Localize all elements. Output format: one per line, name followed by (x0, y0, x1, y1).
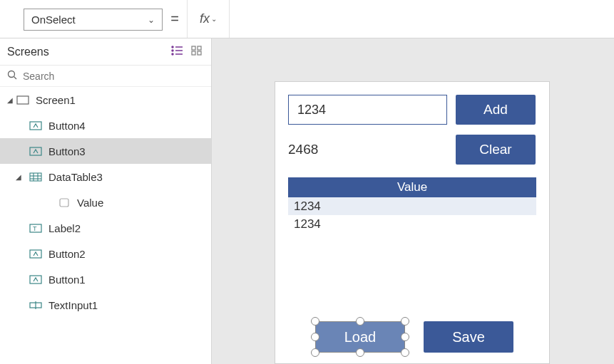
data-table[interactable]: Value 1234 1234 (288, 177, 536, 233)
tree-node-label2[interactable]: T Label2 (0, 215, 211, 241)
formula-bar: OnSelect ⌄ = fx ⌄ Clear( PaperTape ); Lo… (0, 0, 614, 38)
svg-rect-13 (30, 122, 41, 130)
expander-icon[interactable]: ◢ (4, 96, 16, 104)
resize-handle[interactable] (311, 333, 319, 341)
svg-point-10 (9, 71, 15, 78)
button-icon (29, 145, 43, 157)
search-input[interactable] (23, 71, 204, 82)
property-selector-value: OnSelect (31, 14, 76, 26)
svg-text:T: T (33, 225, 37, 232)
tree-node-button1[interactable]: Button1 (0, 266, 211, 292)
tree-label: Button1 (48, 274, 86, 286)
tree-label: Button4 (48, 120, 86, 132)
table-row[interactable]: 1234 (288, 215, 536, 233)
tree-header: Screens (0, 38, 211, 66)
tree-label: Label2 (48, 222, 81, 234)
tree-label: Button3 (48, 145, 86, 157)
svg-rect-20 (60, 199, 68, 207)
tree-node-value[interactable]: Value (0, 189, 211, 215)
resize-handle[interactable] (356, 317, 364, 326)
resize-handle[interactable] (311, 348, 319, 357)
svg-point-3 (172, 46, 173, 48)
textinput-icon (29, 299, 43, 311)
button-icon (29, 274, 43, 285)
svg-rect-23 (30, 250, 41, 258)
svg-rect-6 (192, 46, 195, 50)
tree-node-button3[interactable]: Button3 (0, 138, 211, 164)
resize-handle[interactable] (401, 317, 409, 326)
tree-label: TextInput1 (48, 299, 98, 311)
tree-label: Value (77, 197, 103, 209)
tree-search[interactable] (0, 66, 211, 87)
text-input[interactable]: 1234 (288, 95, 447, 125)
add-button[interactable]: Add (456, 95, 536, 125)
datatable-icon (29, 171, 43, 182)
tree-node-button2[interactable]: Button2 (0, 241, 211, 266)
svg-rect-8 (192, 51, 195, 55)
text-input-value: 1234 (297, 103, 326, 118)
button-icon (29, 120, 43, 131)
button-icon (29, 248, 43, 259)
canvas[interactable]: 1234 Add 2468 Clear Value 1234 1234 (212, 38, 614, 364)
svg-rect-12 (17, 96, 29, 104)
tree-node-datatable3[interactable]: ◢ DataTable3 (0, 164, 211, 189)
fx-icon: fx (200, 11, 210, 26)
svg-line-11 (14, 77, 17, 80)
tree-node-button4[interactable]: Button4 (0, 113, 211, 138)
tree-label: Screen1 (36, 94, 76, 106)
resize-handle[interactable] (401, 348, 409, 357)
svg-rect-7 (198, 46, 201, 50)
column-icon (57, 197, 71, 208)
svg-point-5 (172, 53, 173, 55)
resize-handle[interactable] (356, 348, 364, 357)
search-icon (7, 70, 17, 82)
thumbnail-view-icon[interactable] (191, 46, 203, 58)
svg-point-4 (172, 50, 173, 51)
clear-button[interactable]: Clear (456, 135, 536, 165)
svg-rect-14 (30, 147, 41, 155)
selected-control[interactable]: Load (315, 321, 405, 353)
tree-panel: Screens ◢ Screen1 Button4 Button3 (0, 38, 212, 364)
table-row[interactable]: 1234 (288, 197, 536, 215)
fx-button[interactable]: fx ⌄ (187, 0, 230, 38)
formula-editor[interactable]: Clear( PaperTape ); LoadData( PaperTape,… (230, 0, 614, 38)
chevron-down-icon: ⌄ (211, 15, 217, 23)
chevron-down-icon: ⌄ (148, 15, 155, 25)
svg-rect-9 (198, 51, 201, 55)
tree-view-icon[interactable] (171, 46, 184, 58)
tree-node-screen1[interactable]: ◢ Screen1 (0, 87, 211, 113)
property-selector[interactable]: OnSelect ⌄ (24, 9, 163, 31)
screen-icon (16, 94, 30, 105)
table-header: Value (288, 177, 536, 197)
resize-handle[interactable] (311, 317, 319, 326)
label-icon: T (29, 222, 43, 234)
expander-icon[interactable]: ◢ (13, 173, 24, 181)
sum-label: 2468 (288, 142, 456, 157)
tree-node-textinput1[interactable]: TextInput1 (0, 292, 211, 318)
tree-label: DataTable3 (48, 171, 103, 183)
resize-handle[interactable] (401, 333, 409, 341)
app-preview: 1234 Add 2468 Clear Value 1234 1234 (275, 81, 550, 364)
svg-rect-24 (30, 276, 41, 284)
save-button[interactable]: Save (424, 321, 513, 353)
tree-title: Screens (7, 46, 164, 58)
equals-label: = (163, 0, 187, 38)
tree-label: Button2 (48, 248, 86, 260)
svg-rect-15 (30, 173, 41, 181)
